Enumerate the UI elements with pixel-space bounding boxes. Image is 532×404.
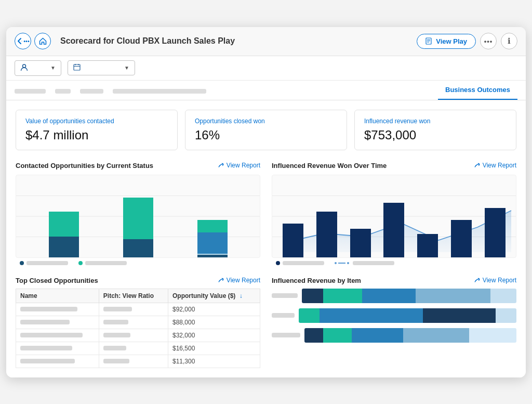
legend-item-right-0 — [276, 261, 324, 265]
table-header-tr: Name Pitch: View Ratio Opportunity Value… — [16, 289, 260, 303]
ratio-placeholder-4 — [103, 359, 129, 363]
header-actions: View Play ••• ℹ — [417, 33, 517, 49]
cell-value-3: $16,500 — [168, 342, 260, 355]
cell-value-0: $92,000 — [168, 303, 260, 316]
view-play-label: View Play — [436, 37, 467, 45]
main-window: ••• Scorecard for Cloud PBX Launch Sales… — [6, 27, 526, 377]
chart-legend-left — [16, 261, 260, 265]
app-header: ••• Scorecard for Cloud PBX Launch Sales… — [6, 27, 526, 56]
view-report-hbar[interactable]: View Report — [474, 277, 516, 284]
legend-label-left-0 — [26, 261, 68, 265]
cell-ratio-1 — [99, 316, 168, 329]
col-name: Name — [16, 289, 99, 303]
more-options-button[interactable]: ••• — [480, 33, 497, 49]
chart-header-left: Contacted Opportunities by Current Statu… — [16, 162, 260, 170]
info-button[interactable]: ℹ — [501, 33, 517, 49]
rbar-1 — [283, 224, 303, 257]
hbar-seg-2-0 — [304, 328, 323, 343]
kpi-label-1: Opportunities closed won — [195, 118, 337, 125]
legend-marker-right — [335, 262, 337, 264]
hbar-seg-1-1 — [320, 308, 423, 323]
cell-ratio-4 — [99, 355, 168, 368]
hbar-label-1 — [272, 313, 295, 318]
hbar-title: Influenced Revenue by Item — [272, 277, 361, 284]
cell-name-2 — [16, 329, 99, 342]
chart-area-right — [272, 175, 516, 258]
kpi-label-2: Influenced revenue won — [364, 118, 507, 125]
table-row: $16,500 — [16, 342, 260, 355]
chart-section-left: Contacted Opportunities by Current Statu… — [16, 162, 260, 265]
svg-point-0 — [22, 41, 22, 42]
table-row: $32,000 — [16, 329, 260, 342]
table-section: Top Closed Opportunities View Report Nam… — [16, 277, 260, 368]
legend-dot-left-1 — [78, 261, 83, 265]
hbar-track-1 — [299, 308, 516, 323]
bottom-row: Top Closed Opportunities View Report Nam… — [16, 277, 516, 368]
ratio-placeholder-1 — [103, 320, 128, 324]
table-row: $11,300 — [16, 355, 260, 368]
stacked-bar-1 — [49, 212, 79, 257]
hbar-row-1 — [272, 308, 516, 323]
legend-label-right-1 — [353, 261, 394, 265]
kpi-row: Value of opportunities contacted $4.7 mi… — [16, 110, 516, 150]
hbar-seg-0-0 — [302, 289, 323, 303]
hbar-label-2 — [272, 333, 300, 337]
tab-placeholder-1[interactable] — [15, 89, 46, 94]
cell-ratio-0 — [99, 303, 168, 316]
hbar-seg-1-0 — [299, 308, 320, 323]
view-report-table[interactable]: View Report — [218, 277, 260, 284]
tab-business-outcomes[interactable]: Business Outcomes — [438, 81, 517, 100]
back-button[interactable]: ••• — [15, 33, 31, 49]
tab-placeholder-2[interactable] — [55, 89, 71, 94]
dropdown1-arrow: ▼ — [50, 65, 56, 71]
sort-icon[interactable]: ↓ — [240, 292, 243, 299]
tab-placeholder-4[interactable] — [113, 89, 206, 94]
charts-row: Contacted Opportunities by Current Statu… — [16, 162, 516, 265]
hbar-label-0 — [272, 293, 298, 298]
ratio-placeholder-0 — [103, 307, 132, 311]
hbar-seg-2-4 — [469, 328, 516, 343]
svg-rect-6 — [74, 64, 80, 70]
bar-3 — [197, 175, 228, 257]
name-placeholder-1 — [20, 320, 70, 324]
cell-ratio-2 — [99, 329, 168, 342]
chart-title-left: Contacted Opportunities by Current Statu… — [16, 162, 153, 170]
kpi-value-1: 16% — [195, 128, 337, 142]
view-play-button[interactable]: View Play — [417, 34, 476, 49]
kpi-value-2: $753,000 — [364, 128, 507, 142]
nav-controls: ••• — [15, 33, 51, 49]
hbar-seg-2-1 — [323, 328, 351, 343]
table-row: $88,000 — [16, 316, 260, 329]
cell-value-1: $88,000 — [168, 316, 260, 329]
chart-title-right: Influenced Revenue Won Over Time — [272, 162, 387, 170]
name-placeholder-0 — [20, 307, 77, 311]
tab-placeholder-3[interactable] — [80, 89, 103, 94]
name-placeholder-2 — [20, 333, 83, 337]
view-report-hbar-label: View Report — [483, 277, 516, 284]
hbar-seg-2-2 — [352, 328, 404, 343]
hbar-seg-1-2 — [423, 308, 496, 323]
rbar-4 — [383, 203, 404, 257]
name-placeholder-4 — [20, 359, 75, 363]
legend-line-seg-right — [338, 263, 345, 264]
hbar-seg-0-4 — [490, 289, 516, 303]
user-dropdown[interactable]: ▼ — [15, 60, 61, 76]
view-report-right-label: View Report — [483, 162, 516, 169]
cell-value-2: $32,000 — [168, 329, 260, 342]
cell-value-4: $11,300 — [168, 355, 260, 368]
chart-legend-right — [272, 261, 516, 265]
view-report-left[interactable]: View Report — [218, 162, 260, 169]
chart-area-left — [16, 175, 260, 258]
kpi-card-1: Opportunities closed won 16% — [185, 110, 347, 150]
view-report-right[interactable]: View Report — [474, 162, 516, 169]
ratio-placeholder-2 — [103, 333, 130, 337]
calendar-icon — [73, 63, 81, 72]
cell-ratio-3 — [99, 342, 168, 355]
chart-section-right: Influenced Revenue Won Over Time View Re… — [272, 162, 516, 265]
date-dropdown[interactable]: ▼ — [68, 60, 135, 75]
legend-item-right-1 — [335, 261, 394, 265]
kpi-card-2: Influenced revenue won $753,000 — [354, 110, 516, 150]
user-icon — [20, 63, 28, 73]
home-button[interactable] — [34, 33, 51, 49]
opportunities-table: Name Pitch: View Ratio Opportunity Value… — [16, 289, 260, 368]
